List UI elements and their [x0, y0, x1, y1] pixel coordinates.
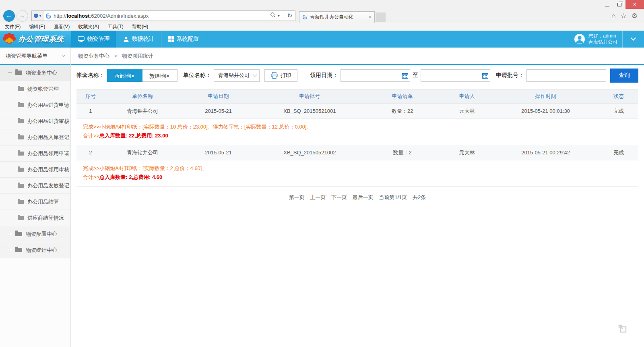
- settings-gear-icon[interactable]: ⚙: [632, 12, 638, 19]
- print-button[interactable]: 打印: [264, 69, 297, 82]
- region-tab-west[interactable]: 西部地区: [107, 69, 142, 82]
- nav-tab-label: 系统配置: [177, 35, 199, 43]
- menu-view[interactable]: 查看(V): [54, 23, 70, 30]
- maximize-button[interactable]: [613, 0, 625, 9]
- expand-icon[interactable]: [8, 232, 12, 236]
- sidebar: 物资管理导航菜单 物资业务中心 物资帐套管理 办公用品进货申请 办公用品进货审核: [0, 48, 71, 347]
- page-next-link[interactable]: 下一页: [331, 194, 347, 200]
- sidebar-item-settlement[interactable]: 办公用品结算: [0, 194, 70, 210]
- sidebar-item-config-center[interactable]: 物资配置中心: [0, 226, 70, 242]
- zone-caret-icon: ▾: [39, 14, 41, 18]
- sidebar-item-business-center[interactable]: 物资业务中心: [0, 65, 70, 81]
- folder-icon: [18, 119, 24, 123]
- calendar-icon[interactable]: [480, 73, 490, 79]
- ie-page-icon: [45, 13, 52, 19]
- address-bar[interactable]: ▾ http://localhost:62002/Admin/Index.asp…: [31, 10, 295, 21]
- chevron-down-icon: [253, 73, 257, 77]
- new-tab-button[interactable]: [376, 12, 386, 22]
- search-button[interactable]: 查询: [610, 69, 638, 83]
- cell-batch: XB_SQ_20150521002: [256, 150, 363, 156]
- browser-forward-button[interactable]: →: [17, 10, 28, 22]
- title-bar: ×: [0, 0, 644, 9]
- browser-tab[interactable]: 青海钻井办公自动化 ×: [299, 11, 375, 23]
- region-tab-dunhuang[interactable]: 敦煌地区: [142, 69, 178, 82]
- date-from-input[interactable]: [341, 70, 400, 81]
- folder-icon: [18, 152, 24, 156]
- batch-number-label: 申请批号：: [496, 72, 524, 79]
- cell-list: 数量：2: [363, 149, 442, 156]
- close-button[interactable]: ×: [625, 0, 644, 9]
- sidebar-item-label: 办公用品进货申请: [27, 102, 69, 109]
- maximize-icon: [617, 3, 621, 6]
- menu-favorites[interactable]: 收藏夹(A): [78, 23, 99, 30]
- table-row: 1 青海钻井公司 2015-05-21 XB_SQ_20150521001 数量…: [76, 104, 638, 119]
- search-caret-icon[interactable]: ▾: [278, 14, 279, 18]
- requisition-table: 序号 单位名称 申请日期 申请批号 申请清单 申请人 操作时间 状态 1 青海钻…: [76, 89, 638, 187]
- collapse-icon[interactable]: [8, 71, 12, 75]
- breadcrumb: 物资业务中心 > 物资领用统计: [71, 48, 644, 65]
- date-to-field[interactable]: [421, 69, 490, 82]
- table-row: 2 青海钻井公司 2015-05-21 XB_SQ_20150521002 数量…: [76, 145, 638, 160]
- calendar-icon[interactable]: [400, 73, 410, 79]
- page-last-link[interactable]: 最后一页: [353, 194, 374, 200]
- sidebar-item-account-mgmt[interactable]: 物资帐套管理: [0, 81, 70, 97]
- sidebar-item-requisition-request[interactable]: 办公用品领用申请: [0, 145, 70, 162]
- menu-tools[interactable]: 工具(T): [107, 23, 123, 30]
- detail-total: 总入库数量: 22,总费用: 23.00: [99, 133, 168, 139]
- person-icon: [123, 36, 129, 42]
- page-prev-link[interactable]: 上一页: [310, 194, 326, 200]
- nav-tab-materials[interactable]: 物资管理: [71, 31, 116, 48]
- favorites-star-icon[interactable]: ☆: [621, 12, 627, 19]
- sidebar-item-purchase-review[interactable]: 办公用品进货审核: [0, 113, 70, 129]
- nav-tab-label: 数据统计: [132, 35, 155, 43]
- page-first-link[interactable]: 第一页: [289, 194, 305, 200]
- user-dropdown-button[interactable]: [622, 31, 644, 48]
- sidebar-item-stats-center[interactable]: 物资统计中心: [0, 242, 70, 258]
- select-caret-button[interactable]: [250, 70, 259, 81]
- unit-select[interactable]: 青海钻井公司: [214, 69, 260, 82]
- pagination: 第一页 上一页 下一页 最后一页 当前第1/1页 共2条: [71, 194, 644, 201]
- sidebar-header[interactable]: 物资管理导航菜单: [0, 48, 70, 65]
- nav-tab-system-config[interactable]: 系统配置: [161, 31, 206, 48]
- sidebar-item-requisition-review[interactable]: 办公用品领用审核: [0, 162, 70, 178]
- cell-unit: 青海钻井公司: [105, 149, 180, 156]
- site-zone-button[interactable]: ▾: [32, 11, 43, 21]
- browser-chrome: × ← → ▾ http://localhost:62002/Admin/Ind…: [0, 0, 644, 31]
- folder-icon: [15, 248, 22, 252]
- refresh-icon[interactable]: ↻: [287, 12, 292, 19]
- cell-date: 2015-05-21: [180, 108, 256, 114]
- cell-status: 完成: [599, 108, 638, 115]
- date-from-field[interactable]: [341, 69, 410, 82]
- print-label: 打印: [281, 72, 291, 79]
- sidebar-item-label: 物资帐套管理: [27, 85, 59, 93]
- folder-icon: [18, 200, 24, 204]
- menu-help[interactable]: 帮助(H): [132, 23, 149, 30]
- col-header-batch: 申请批号: [256, 93, 363, 100]
- nav-tab-statistics[interactable]: 数据统计: [116, 31, 161, 48]
- browser-back-button[interactable]: ←: [3, 10, 15, 22]
- cell-optime: 2015-05-21 00:29:42: [492, 150, 599, 156]
- folder-icon: [18, 135, 24, 139]
- menu-edit[interactable]: 编辑(E): [29, 23, 45, 30]
- browser-window: × ← → ▾ http://localhost:62002/Admin/Ind…: [0, 0, 644, 347]
- expand-icon[interactable]: [8, 248, 12, 252]
- breadcrumb-parent[interactable]: 物资业务中心: [78, 52, 109, 60]
- sidebar-item-purchase-request[interactable]: 办公用品进货申请: [0, 97, 70, 113]
- batch-number-input[interactable]: [526, 69, 606, 82]
- folder-icon: [18, 168, 24, 172]
- col-header-status: 状态: [599, 93, 638, 100]
- search-icon[interactable]: [270, 12, 276, 19]
- col-header-seq: 序号: [76, 93, 105, 100]
- sidebar-item-warehouse-entry[interactable]: 办公用品入库登记: [0, 129, 70, 145]
- tab-close-icon[interactable]: ×: [368, 14, 372, 20]
- minimize-button[interactable]: [601, 0, 613, 9]
- user-menu[interactable]: 您好，admin 青海钻井公司: [569, 31, 622, 48]
- col-header-date: 申请日期: [180, 93, 256, 100]
- menu-file[interactable]: 文件(F): [5, 23, 21, 30]
- browser-toolbar: ← → ▾ http://localhost:62002/Admin/Index…: [0, 9, 644, 23]
- sidebar-item-distribution-register[interactable]: 办公用品发放登记: [0, 178, 70, 194]
- cell-seq: 1: [76, 108, 105, 114]
- sidebar-item-supplier-settlement[interactable]: 供应商结算情况: [0, 210, 70, 226]
- home-icon[interactable]: ⌂: [611, 12, 615, 19]
- date-to-input[interactable]: [421, 70, 480, 81]
